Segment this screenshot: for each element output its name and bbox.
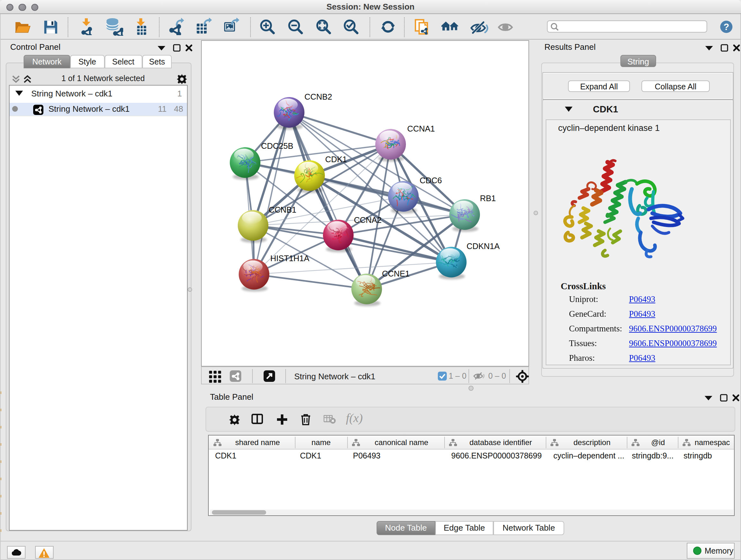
svg-text:?: ? [724, 22, 729, 32]
svg-text:CDK1: CDK1 [325, 155, 347, 164]
svg-text:CCNE1: CCNE1 [382, 269, 410, 278]
svg-text:RB1: RB1 [480, 194, 496, 203]
svg-text:CCNA1: CCNA1 [407, 124, 435, 133]
svg-text:CDC6: CDC6 [420, 176, 442, 185]
svg-text:CCNB1: CCNB1 [269, 205, 296, 214]
svg-text:CCNA2: CCNA2 [354, 215, 382, 225]
svg-text:CDC25B: CDC25B [261, 141, 293, 150]
svg-text:HIST1H1A: HIST1H1A [270, 254, 310, 263]
svg-text:CDKN1A: CDKN1A [467, 242, 500, 251]
svg-text:CCNB2: CCNB2 [305, 92, 332, 101]
